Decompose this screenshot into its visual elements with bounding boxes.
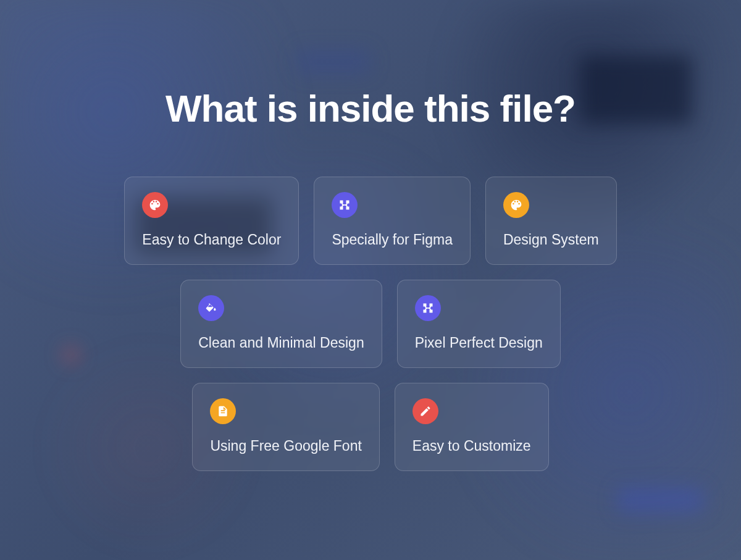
svg-rect-1 bbox=[347, 201, 349, 203]
card-row-3: Using Free Google Font Easy to Customize bbox=[192, 383, 548, 471]
feature-card-pixel-perfect: Pixel Perfect Design bbox=[397, 280, 561, 368]
svg-rect-4 bbox=[424, 304, 425, 306]
svg-rect-7 bbox=[430, 310, 432, 312]
page-heading: What is inside this file? bbox=[165, 86, 576, 130]
feature-label: Easy to Customize bbox=[412, 438, 531, 454]
feature-label: Using Free Google Font bbox=[210, 438, 361, 454]
palette-icon bbox=[142, 192, 168, 218]
card-row-1: Easy to Change Color Specially for Figma… bbox=[124, 177, 616, 265]
card-row-2: Clean and Minimal Design Pixel Perfect D… bbox=[180, 280, 561, 368]
feature-card-customize: Easy to Customize bbox=[395, 383, 549, 471]
feature-card-clean-design: Clean and Minimal Design bbox=[180, 280, 382, 368]
feature-label: Design System bbox=[503, 232, 599, 248]
feature-label: Pixel Perfect Design bbox=[415, 335, 543, 351]
paint-bucket-icon bbox=[198, 295, 224, 321]
feature-label: Specially for Figma bbox=[332, 232, 453, 248]
svg-rect-0 bbox=[341, 201, 343, 203]
vector-icon bbox=[332, 192, 358, 218]
vector-icon bbox=[415, 295, 441, 321]
feature-card-figma: Specially for Figma bbox=[314, 177, 471, 265]
palette-icon bbox=[503, 192, 529, 218]
feature-label: Easy to Change Color bbox=[142, 232, 281, 248]
feature-card-change-color: Easy to Change Color bbox=[124, 177, 299, 265]
svg-rect-6 bbox=[424, 310, 425, 312]
feature-cards-container: Easy to Change Color Specially for Figma… bbox=[124, 177, 616, 471]
feature-label: Clean and Minimal Design bbox=[198, 335, 364, 351]
feature-card-google-font: Using Free Google Font bbox=[192, 383, 379, 471]
document-icon bbox=[210, 398, 236, 424]
main-content: What is inside this file? Easy to Change… bbox=[0, 0, 741, 560]
svg-rect-2 bbox=[341, 207, 343, 209]
edit-icon bbox=[412, 398, 438, 424]
svg-rect-5 bbox=[430, 304, 432, 306]
feature-card-design-system: Design System bbox=[485, 177, 617, 265]
svg-rect-3 bbox=[347, 207, 349, 209]
